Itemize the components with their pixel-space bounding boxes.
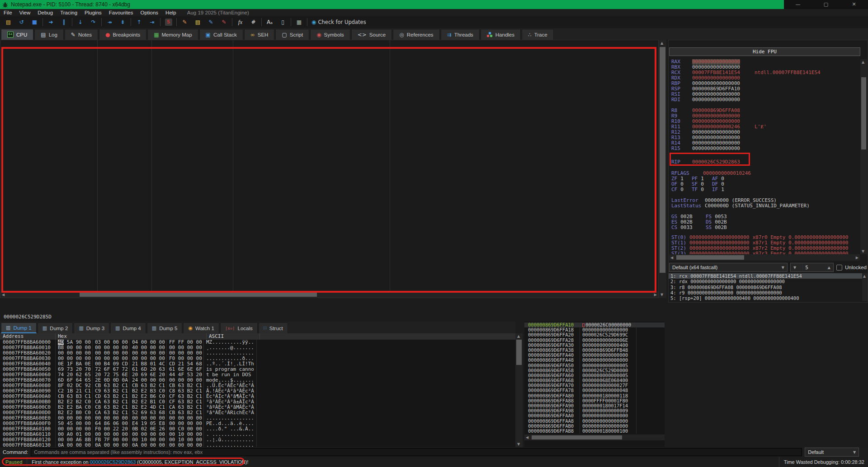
tab-references[interactable]: ◎References (393, 29, 439, 40)
tab-notes[interactable]: ✎Notes (65, 29, 98, 40)
fpu-row[interactable]: ST(3)00000000000000000000x87r3 Empty 0.0… (671, 251, 859, 254)
tab-script[interactable]: ▢Script (275, 29, 309, 40)
calculator-button[interactable]: ▦ (292, 17, 306, 27)
stack-row[interactable]: 000000869D6FFAA00000000000000000 (524, 413, 665, 418)
menu-item-options[interactable]: Options (137, 9, 162, 16)
check-updates-button[interactable]: ◉Check for Updates (309, 17, 369, 27)
segments-row[interactable]: CS0033SS002B (671, 225, 859, 230)
tab-handles[interactable]: Handles (481, 29, 521, 40)
disassembly-view[interactable]: ◀ ▶ (0, 40, 659, 298)
scroll-right-icon[interactable]: ▶ (654, 293, 657, 297)
argument-row[interactable]: 5: [rsp+20] 0000000000000400 00000000000… (669, 295, 862, 301)
argument-row[interactable]: 1: rcx 00007FFB8E141E54 ntdll.00007FFB8E… (669, 273, 862, 279)
scroll-up-icon[interactable]: ▲ (863, 274, 866, 278)
font-button[interactable]: Aₐ (263, 17, 276, 27)
close-icon[interactable]: ✕ (840, 0, 868, 9)
patch-file-button[interactable]: ✎ (217, 17, 231, 27)
tab-cpu[interactable]: 64CPU (1, 29, 33, 40)
run-button[interactable]: ➔ (44, 17, 57, 27)
menu-item-file[interactable]: File (0, 9, 16, 16)
tab-memory-map[interactable]: ▦Memory Map (147, 29, 198, 40)
scroll-down-icon[interactable]: ▼ (862, 249, 864, 253)
hide-fpu-button[interactable]: Hide FPU (669, 47, 860, 56)
registers-vertical-scrollbar[interactable]: ▲ ▼ (860, 59, 867, 254)
stack-row[interactable]: 000000869D6FFA200000026C529D699C (524, 332, 665, 337)
spinner-up-icon[interactable]: ▲ (828, 266, 830, 270)
menu-item-debug[interactable]: Debug (34, 9, 57, 16)
register-row[interactable]: R150000000000000000 (671, 146, 859, 151)
dump-tab-dump-5[interactable]: ▥Dump 5 (147, 322, 183, 333)
open-file-button[interactable]: ▤ (2, 17, 15, 27)
pause-button[interactable]: ‖ (57, 17, 71, 27)
dump-tab-struct[interactable]: ∷Struct (259, 322, 288, 333)
scroll-down-icon[interactable]: ▼ (517, 442, 520, 446)
exception-address-link[interactable]: 0000026C529D2863 (90, 459, 136, 465)
tab-symbols[interactable]: ◉Symbols (310, 29, 350, 40)
assemble-button[interactable]: ✎ (178, 17, 191, 27)
scroll-up-icon[interactable]: ▲ (862, 60, 864, 64)
tab-breakpoints[interactable]: ●Breakpoints (99, 29, 146, 40)
restart-button[interactable]: ↺ (15, 17, 28, 27)
segments-row[interactable]: GS002BFS0053 (671, 214, 859, 219)
dump-tab-locals[interactable]: |x=|Locals (220, 322, 258, 333)
argument-row[interactable]: 3: r8 000000869D6FFA08 000000869D6FFA08 (669, 285, 862, 290)
seh-chain-button[interactable]: S (162, 17, 175, 27)
menu-item-help[interactable]: Help (162, 9, 180, 16)
step-over-button[interactable]: ↷ (87, 17, 100, 27)
column-header-address[interactable]: Address (0, 333, 55, 340)
step-into-button[interactable]: ↓ (74, 17, 87, 27)
disasm-horizontal-scrollbar[interactable]: ◀ ▶ (0, 291, 658, 298)
scroll-thumb[interactable] (861, 77, 866, 149)
scroll-down-icon[interactable]: ▼ (660, 293, 663, 297)
dump-tab-dump-2[interactable]: ▥Dump 2 (38, 322, 73, 333)
command-profile-select[interactable]: Default ▼ (805, 448, 859, 457)
scroll-thumb[interactable] (660, 47, 665, 273)
tab-threads[interactable]: ⇉Threads (441, 29, 480, 40)
scroll-left-icon[interactable]: ◀ (526, 435, 528, 439)
dump-tab-dump-1[interactable]: ▥Dump 1 (1, 322, 37, 333)
tab-log[interactable]: ▤Log (34, 29, 64, 40)
execute-till-return-button[interactable]: ↑ (132, 17, 146, 27)
tab-seh[interactable]: ∞SEH (244, 29, 275, 40)
register-row[interactable]: RFLAGS0000000000010246 (671, 171, 859, 176)
flags-row[interactable]: OF0SF0DF0 (671, 182, 859, 187)
argument-row[interactable]: 2: rdx 0000000000000000 0000000000000000 (669, 279, 862, 284)
argument-count-spinner[interactable]: ▼ 5 ▲ (790, 263, 834, 272)
registers-horizontal-scrollbar[interactable]: ◀ ▶ (669, 254, 860, 261)
stop-button[interactable]: ■ (28, 17, 41, 27)
scroll-thumb[interactable] (532, 435, 622, 439)
menu-item-favourites[interactable]: Favourites (105, 9, 137, 16)
register-row[interactable]: RDI0000000000000000 (671, 97, 859, 103)
argument-row[interactable]: 4: r9 0000000000000000 0000000000000000 (669, 290, 862, 295)
stack-row[interactable]: 000000869D6FFA780000000000000048 (524, 388, 665, 393)
stack-horizontal-scrollbar[interactable]: ◀ (524, 434, 665, 440)
step-out-button[interactable]: ⇟ (116, 17, 129, 27)
tab-call-stack[interactable]: ▣Call Stack (199, 29, 243, 40)
menu-item-view[interactable]: View (16, 9, 34, 16)
reference-count-button[interactable]: # (247, 17, 260, 27)
unlocked-checkbox[interactable] (836, 265, 842, 271)
scroll-thumb[interactable] (80, 292, 317, 297)
dump-tab-dump-3[interactable]: ▥Dump 3 (74, 322, 109, 333)
scroll-right-icon[interactable]: ▶ (856, 256, 859, 260)
calling-convention-select[interactable]: Default (x64 fastcall) ▼ (669, 263, 788, 272)
run-to-cursor-button[interactable]: ⇥ (146, 17, 159, 27)
stack-row[interactable]: 000000869D6FFA500000000000000005 (524, 363, 665, 368)
scroll-up-icon[interactable]: ▲ (517, 334, 520, 338)
minimize-icon[interactable]: — (784, 0, 812, 9)
column-header-ascii[interactable]: ASCII (206, 333, 259, 340)
dump-vertical-scrollbar[interactable]: ▲ ▼ (515, 333, 523, 447)
patches-button[interactable]: ✎ (204, 17, 217, 27)
dump-row[interactable]: 00007FFB8BA601300A 00 00 000A 00 00 000A… (0, 443, 515, 447)
flags-row[interactable]: CF0TF0IF1 (671, 187, 859, 192)
command-input[interactable]: Commands are comma separated (like assem… (31, 448, 802, 456)
column-header-hex[interactable]: Hex (55, 333, 206, 340)
segments-row[interactable]: ES002BDS002B (671, 219, 859, 225)
stack-row[interactable]: 000000869D6FFAB80000000180000100 (524, 429, 665, 434)
disasm-vertical-scrollbar[interactable]: ▲ ▼ (659, 40, 666, 298)
mnemonic-help-button[interactable]: ▯ (276, 17, 289, 27)
run-to-user-code-button[interactable]: ↠ (103, 17, 116, 27)
scroll-left-icon[interactable]: ◀ (2, 293, 5, 297)
comment-button[interactable]: ▤ (191, 17, 204, 27)
scroll-left-icon[interactable]: ◀ (670, 256, 673, 260)
